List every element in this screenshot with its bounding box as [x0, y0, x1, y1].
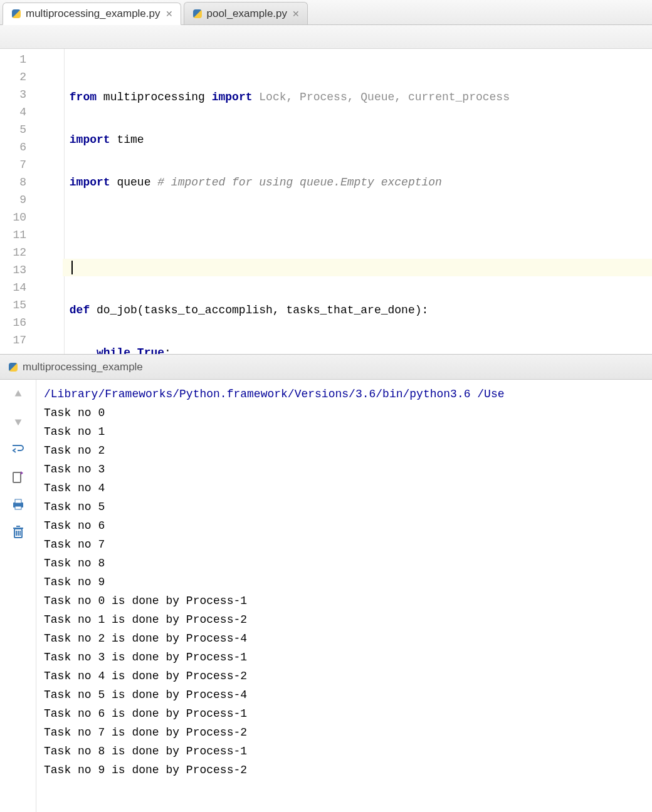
- code-line: from multiprocessing import Lock, Proces…: [63, 88, 652, 106]
- output-line: Task no 0: [44, 407, 105, 419]
- scroll-down-icon[interactable]: [10, 414, 26, 430]
- svg-rect-2: [15, 499, 21, 503]
- python-file-icon: [9, 7, 23, 21]
- output-line: Task no 5 is done by Process-4: [44, 689, 247, 701]
- trash-icon[interactable]: [10, 524, 26, 540]
- output-line: Task no 8: [44, 557, 105, 570]
- line-number: 17: [0, 331, 63, 349]
- line-number: 14: [0, 279, 63, 296]
- editor-tab-bar: multiprocessing_example.py ✕ pool_exampl…: [0, 0, 652, 25]
- line-number: 12: [0, 244, 63, 261]
- code-line: def do_job(tasks_to_accomplish, tasks_th…: [63, 301, 652, 319]
- output-line: Task no 4: [44, 482, 105, 494]
- print-icon[interactable]: [10, 496, 26, 513]
- line-number: 10: [0, 209, 63, 226]
- tab-label: multiprocessing_example.py: [23, 8, 166, 20]
- line-number: 3: [0, 86, 63, 103]
- console-toolbar: [0, 380, 36, 812]
- output-line: Task no 5: [44, 501, 105, 513]
- line-number: 8: [0, 174, 63, 191]
- python-icon: [6, 360, 20, 374]
- close-icon[interactable]: ✕: [292, 9, 300, 19]
- output-line: Task no 7 is done by Process-2: [44, 726, 247, 739]
- code-line-current: [63, 259, 652, 276]
- output-line: Task no 4 is done by Process-2: [44, 670, 247, 682]
- line-number: 6: [0, 138, 63, 156]
- close-icon[interactable]: ✕: [166, 9, 173, 19]
- line-number: 15: [0, 296, 63, 314]
- tab-pool-example[interactable]: pool_example.py ✕: [184, 2, 308, 24]
- code-line: import time: [63, 131, 652, 148]
- output-line: Task no 8 is done by Process-1: [44, 745, 247, 757]
- line-number: 2: [0, 68, 63, 86]
- export-icon[interactable]: [10, 469, 26, 485]
- line-number: 16: [0, 314, 63, 331]
- line-number: 7: [0, 156, 63, 174]
- text-caret: [71, 261, 73, 274]
- output-line: Task no 9 is done by Process-2: [44, 764, 247, 776]
- interpreter-path: /Library/Frameworks/Python.framework/Ver…: [44, 388, 505, 400]
- output-line: Task no 3: [44, 463, 105, 476]
- tab-multiprocessing-example[interactable]: multiprocessing_example.py ✕: [3, 3, 181, 25]
- output-line: Task no 6 is done by Process-1: [44, 707, 247, 720]
- run-console-header: multiprocessing_example: [0, 355, 652, 380]
- line-number: 5: [0, 121, 63, 138]
- code-line: [63, 216, 652, 234]
- output-line: Task no 1 is done by Process-2: [44, 613, 247, 626]
- output-line: Task no 2: [44, 444, 105, 457]
- line-number-gutter: 1 2 3 4 5 6 7 8 9 10 11 12 13 14 15 16 1…: [0, 49, 63, 354]
- tab-label: pool_example.py: [204, 8, 293, 20]
- run-console: /Library/Frameworks/Python.framework/Ver…: [0, 380, 652, 812]
- output-line: Task no 3 is done by Process-1: [44, 651, 247, 664]
- python-file-icon: [191, 7, 204, 21]
- line-number: 4: [0, 103, 63, 121]
- output-line: Task no 9: [44, 576, 105, 588]
- output-line: Task no 1: [44, 425, 105, 438]
- output-line: Task no 2 is done by Process-4: [44, 632, 247, 645]
- output-line: Task no 0 is done by Process-1: [44, 595, 247, 607]
- line-number: 11: [0, 226, 63, 244]
- soft-wrap-icon[interactable]: [10, 441, 26, 457]
- code-area[interactable]: from multiprocessing import Lock, Proces…: [63, 49, 652, 354]
- output-line: Task no 6: [44, 519, 105, 532]
- breadcrumb-bar: [0, 25, 652, 49]
- code-line: while True:: [63, 344, 652, 355]
- console-output[interactable]: /Library/Frameworks/Python.framework/Ver…: [36, 380, 652, 812]
- output-line: Task no 7: [44, 538, 105, 551]
- line-number: 13: [0, 261, 63, 279]
- svg-rect-3: [15, 506, 21, 509]
- scroll-up-icon[interactable]: [10, 386, 26, 402]
- code-editor[interactable]: 1 2 3 4 5 6 7 8 9 10 11 12 13 14 15 16 1…: [0, 49, 652, 355]
- line-number: 9: [0, 191, 63, 209]
- run-config-name: multiprocessing_example: [20, 361, 143, 373]
- code-line: import queue # imported for using queue.…: [63, 174, 652, 191]
- svg-rect-0: [13, 472, 21, 482]
- line-number: 1: [0, 51, 63, 68]
